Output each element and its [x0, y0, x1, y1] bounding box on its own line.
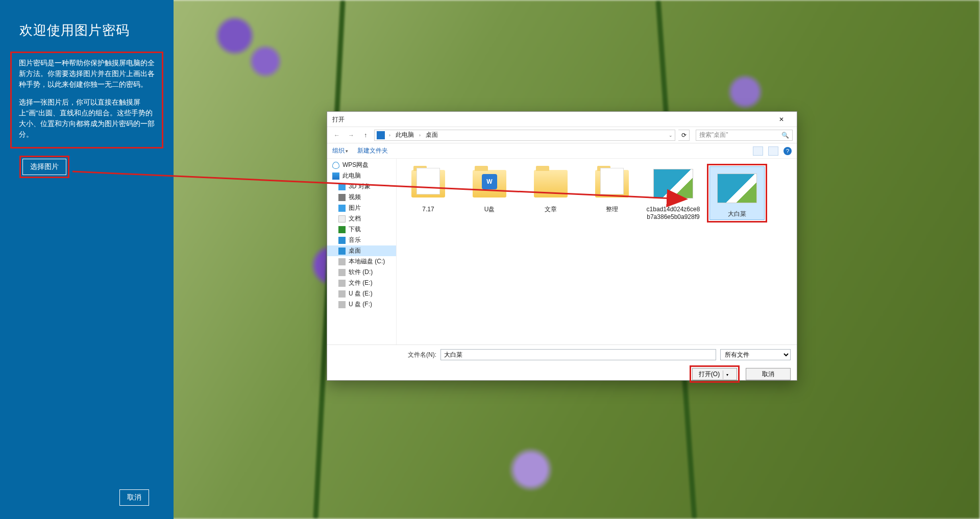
picture-password-panel: 欢迎使用图片密码 图片密码是一种帮助你保护触摸屏电脑的全新方法。你需要选择图片并…: [0, 0, 174, 519]
new-folder-button[interactable]: 新建文件夹: [357, 146, 388, 155]
search-input[interactable]: 搜索"桌面" 🔍: [696, 130, 793, 141]
view-mode-button[interactable]: [753, 146, 763, 156]
filename-label: 文件名(N):: [408, 351, 436, 359]
item-label: 文章: [545, 206, 557, 213]
panel-title: 欢迎使用图片密码: [19, 21, 163, 39]
open-button-highlight: 打开(O)▾: [690, 365, 740, 383]
tree-desktop[interactable]: 桌面: [327, 245, 396, 256]
search-placeholder: 搜索"桌面": [699, 131, 728, 139]
drive-icon: [338, 269, 346, 276]
search-icon: 🔍: [781, 132, 789, 139]
nav-tree: WPS网盘 此电脑 3D 对象 视频 图片 文档 下载 音乐 桌面 本地磁盘 (…: [327, 159, 397, 344]
item-label: U盘: [484, 206, 495, 213]
drive-icon: [338, 280, 346, 287]
cube-icon: [338, 183, 346, 190]
item-label: 整理: [606, 206, 618, 213]
tree-drive-d[interactable]: 软件 (D:): [327, 267, 396, 278]
drive-icon: [338, 258, 346, 265]
help-icon[interactable]: ?: [783, 147, 792, 155]
instruction-para-2: 选择一张图片后，你可以直接在触摸屏上"画"出圆、直线和点的组合。这些手势的大小、…: [19, 97, 155, 140]
file-open-dialog: 打开 ✕ ← → ↑ › 此电脑 › 桌面 ⌄ ⟳ 搜索"桌面" 🔍 组织▾ 新…: [327, 111, 797, 381]
tree-drive-c[interactable]: 本地磁盘 (C:): [327, 256, 396, 267]
dialog-footer: 文件名(N): 所有文件 打开(O)▾ 取消: [327, 344, 797, 380]
instruction-highlight: 图片密码是一种帮助你保护触摸屏电脑的全新方法。你需要选择图片并在图片上画出各种手…: [10, 52, 163, 149]
tree-usb-e[interactable]: U 盘 (E:): [327, 288, 396, 299]
organize-menu[interactable]: 组织▾: [332, 146, 348, 155]
dialog-title: 打开: [332, 112, 345, 127]
dialog-cancel-button[interactable]: 取消: [746, 368, 791, 380]
file-list: 7.17 W U盘 文章 整理 c1bad14d024z6ce8b7a386e5…: [397, 159, 797, 344]
panel-cancel-button[interactable]: 取消: [119, 489, 149, 506]
cloud-icon: [332, 162, 339, 169]
tree-this-pc[interactable]: 此电脑: [327, 170, 396, 181]
folder-item[interactable]: 整理: [584, 164, 640, 213]
breadcrumb-seg-desktop[interactable]: 桌面: [423, 131, 441, 139]
nav-back-button[interactable]: ←: [331, 130, 342, 141]
nav-forward-button[interactable]: →: [346, 130, 357, 141]
image-item-selected[interactable]: 大白菜: [709, 166, 765, 220]
picture-icon: [338, 205, 346, 212]
instruction-para-1: 图片密码是一种帮助你保护触摸屏电脑的全新方法。你需要选择图片并在图片上画出各种手…: [19, 58, 155, 90]
video-icon: [338, 194, 346, 201]
tree-music[interactable]: 音乐: [327, 235, 396, 245]
filename-input[interactable]: [440, 349, 716, 360]
dialog-nav-bar: ← → ↑ › 此电脑 › 桌面 ⌄ ⟳ 搜索"桌面" 🔍: [327, 127, 797, 143]
dialog-titlebar[interactable]: 打开 ✕: [327, 112, 797, 127]
address-bar[interactable]: › 此电脑 › 桌面 ⌄: [374, 130, 675, 141]
item-label: 7.17: [422, 206, 434, 213]
folder-item[interactable]: 7.17: [401, 164, 456, 213]
tree-3d-objects[interactable]: 3D 对象: [327, 181, 396, 192]
breadcrumb-seg-pc[interactable]: 此电脑: [393, 131, 417, 139]
chevron-right-icon[interactable]: ›: [417, 133, 423, 138]
item-label: 大白菜: [728, 210, 746, 218]
choose-picture-highlight: 选择图片: [19, 156, 69, 178]
refresh-button[interactable]: ⟳: [678, 130, 690, 141]
download-icon: [338, 226, 346, 233]
open-button[interactable]: 打开(O)▾: [692, 368, 737, 380]
pc-icon: [377, 131, 385, 139]
folder-item[interactable]: W U盘: [462, 164, 517, 213]
pc-icon: [332, 172, 339, 180]
tree-documents[interactable]: 文档: [327, 213, 396, 224]
address-dropdown-icon[interactable]: ⌄: [667, 133, 675, 138]
selected-file-highlight: 大白菜: [707, 164, 767, 223]
tree-drive-e[interactable]: 文件 (E:): [327, 278, 396, 288]
nav-up-button[interactable]: ↑: [360, 130, 371, 141]
drive-icon: [338, 301, 346, 308]
drive-icon: [338, 290, 346, 298]
tree-wps[interactable]: WPS网盘: [327, 160, 396, 170]
tree-pictures[interactable]: 图片: [327, 203, 396, 213]
file-type-select[interactable]: 所有文件: [720, 349, 791, 360]
tree-usb-f[interactable]: U 盘 (F:): [327, 299, 396, 310]
dialog-toolbar: 组织▾ 新建文件夹 ?: [327, 143, 797, 159]
folder-item[interactable]: 文章: [523, 164, 578, 213]
document-icon: [338, 215, 346, 223]
desktop-icon: [338, 248, 346, 255]
choose-picture-button[interactable]: 选择图片: [22, 159, 66, 175]
chevron-right-icon[interactable]: ›: [387, 133, 393, 138]
item-label: c1bad14d024z6ce8b7a386e5b0a928f9: [646, 206, 701, 221]
preview-pane-button[interactable]: [768, 146, 778, 156]
music-icon: [338, 237, 346, 244]
image-item[interactable]: c1bad14d024z6ce8b7a386e5b0a928f9: [646, 164, 701, 221]
tree-videos[interactable]: 视频: [327, 192, 396, 203]
close-icon[interactable]: ✕: [771, 112, 792, 127]
tree-downloads[interactable]: 下载: [327, 224, 396, 235]
